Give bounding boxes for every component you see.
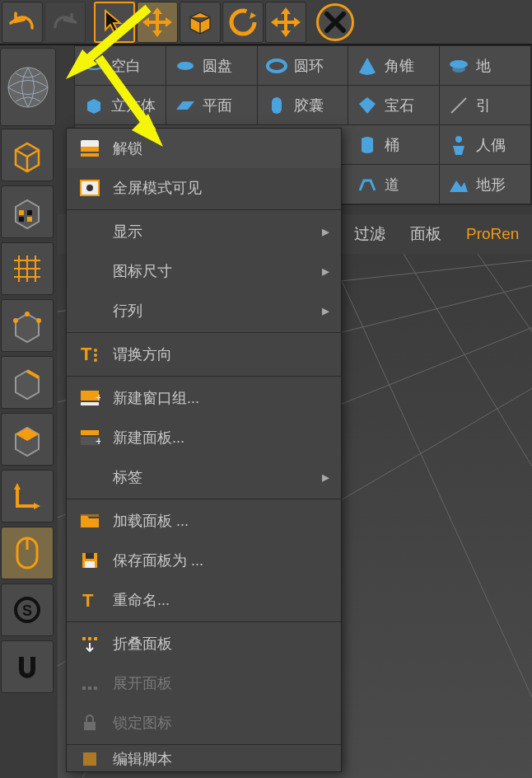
menu-label: 展开面板 [113, 673, 172, 693]
svg-rect-61 [94, 687, 97, 690]
chevron-right-icon: ▸ [322, 468, 329, 486]
move-alt-button[interactable] [265, 2, 306, 43]
svg-rect-38 [81, 153, 99, 157]
folder-icon [78, 509, 101, 532]
torus-icon [266, 55, 287, 77]
menu-label: 行列 [113, 301, 142, 321]
menu-item-savepanel[interactable]: 保存面板为 ... [67, 541, 341, 580]
left-snap-button[interactable]: S [1, 584, 54, 636]
palette-cell-barrel[interactable]: 桶 [348, 125, 440, 164]
cube-tool-button[interactable] [180, 2, 221, 43]
undo-button[interactable] [2, 2, 43, 43]
chevron-right-icon: ▸ [322, 262, 329, 280]
svg-rect-53 [86, 553, 94, 559]
newgroup-icon: + [78, 387, 101, 410]
svg-rect-62 [84, 722, 96, 730]
redo-button[interactable] [44, 2, 86, 43]
svg-point-29 [25, 312, 30, 316]
palette-label: 人偶 [476, 135, 506, 155]
palette-label: 空白 [111, 56, 141, 76]
left-toolbar: S [0, 128, 56, 694]
palette-row: 立方体 平面 胶囊 宝石 引 [75, 86, 531, 125]
palette-row: 空白 圆盘 圆环 角锥 地 [75, 46, 531, 86]
capsule-icon [266, 95, 287, 116]
menu-item-lockicon: 锁定图标 [67, 703, 341, 743]
viewport-tab-prorender[interactable]: ProRen [466, 225, 519, 243]
menu-item-iconsize[interactable]: 图标尺寸▸ [67, 251, 341, 291]
palette-cell-figure[interactable]: 人偶 [440, 125, 531, 164]
menu-label: 图标尺寸 [113, 261, 172, 281]
menu-separator [67, 744, 341, 745]
menu-item-loadpanel[interactable]: 加载面板 ... [67, 501, 341, 541]
palette-label: 角锥 [385, 56, 414, 76]
palette-label: 圆环 [294, 56, 324, 76]
menu-item-rowcol[interactable]: 行列▸ [67, 291, 341, 330]
menu-item-display[interactable]: 显示▸ [67, 212, 341, 251]
top-toolbar [0, 0, 532, 45]
palette-label: 桶 [385, 135, 399, 155]
rotate-button[interactable] [222, 2, 264, 43]
palette-cell-terrain[interactable]: 地形 [440, 165, 531, 204]
palette-cell-channel[interactable]: 道 [348, 165, 440, 204]
terrain-icon [448, 174, 469, 195]
palette-label: 立方体 [111, 96, 156, 115]
palette-cell-cone[interactable]: 角锥 [348, 46, 440, 85]
menu-separator [67, 499, 341, 499]
palette-cell-gem[interactable]: 宝石 [348, 86, 440, 124]
primitive-popup-button[interactable] [0, 48, 56, 126]
svg-point-9 [455, 136, 462, 143]
palette-cell-cube[interactable]: 立方体 [75, 86, 166, 124]
left-texcube-button[interactable] [1, 185, 54, 238]
svg-point-4 [177, 62, 194, 70]
menu-item-tags[interactable]: 标签▸ [67, 457, 341, 497]
menu-separator [67, 209, 341, 210]
menu-item-fullscreen[interactable]: 全屏模式可见 [67, 168, 341, 208]
svg-text:T: T [81, 344, 92, 364]
move-button[interactable] [137, 2, 178, 43]
menu-item-edit[interactable]: 编辑脚本 [67, 747, 341, 771]
viewport-tab-filter[interactable]: 过滤 [354, 223, 385, 245]
cube-icon [83, 95, 105, 116]
svg-text:S: S [22, 602, 32, 619]
svg-point-40 [86, 185, 93, 191]
palette-cell-earth[interactable]: 地 [440, 46, 531, 85]
palette-cell-guide[interactable]: 引 [440, 86, 531, 124]
menu-label: 保存面板为 ... [113, 551, 203, 570]
svg-rect-60 [88, 687, 91, 690]
svg-line-16 [478, 254, 532, 419]
palette-cell-blank[interactable]: 空白 [75, 46, 166, 85]
menu-item-rename[interactable]: T重命名... [67, 580, 341, 620]
left-axis-button[interactable] [1, 470, 54, 523]
palette-cell-capsule[interactable]: 胶囊 [258, 86, 349, 124]
left-cube-button[interactable] [1, 129, 54, 181]
palette-label: 道 [385, 175, 399, 194]
svg-text:+: + [96, 391, 100, 404]
palette-cell-disc[interactable]: 圆盘 [166, 46, 258, 85]
pointer-button[interactable] [94, 2, 135, 43]
left-pointcube-button[interactable] [1, 299, 54, 352]
left-edgecube-button[interactable] [1, 356, 54, 409]
menu-item-newgroup[interactable]: +新建窗口组... [67, 378, 341, 418]
svg-rect-59 [82, 687, 86, 690]
svg-rect-56 [82, 637, 86, 640]
svg-text:T: T [82, 590, 94, 610]
menu-label: 显示 [113, 222, 142, 241]
menu-item-unlock[interactable]: 解锁 [67, 129, 341, 168]
viewport-tab-panel[interactable]: 面板 [410, 223, 441, 245]
left-grid-button[interactable] [1, 242, 54, 295]
palette-cell-plane[interactable]: 平面 [166, 86, 258, 124]
menu-item-newpanel[interactable]: +新建面板... [67, 418, 341, 457]
left-magnet-button[interactable] [1, 640, 54, 693]
left-mouse-button[interactable] [1, 527, 54, 579]
menu-item-collapse[interactable]: 折叠面板 [67, 624, 341, 663]
edit-icon [78, 748, 101, 771]
barrel-icon [357, 134, 378, 156]
palette-cell-torus[interactable]: 圆环 [258, 46, 349, 85]
menu-item-swapdir[interactable]: T谓换方向 [67, 335, 341, 374]
palette-label: 引 [476, 96, 491, 115]
x-button[interactable] [316, 3, 354, 41]
disc-icon [175, 55, 196, 77]
left-facecube-button[interactable] [1, 413, 54, 466]
palette-label: 胶囊 [294, 96, 324, 115]
svg-rect-18 [19, 210, 24, 215]
